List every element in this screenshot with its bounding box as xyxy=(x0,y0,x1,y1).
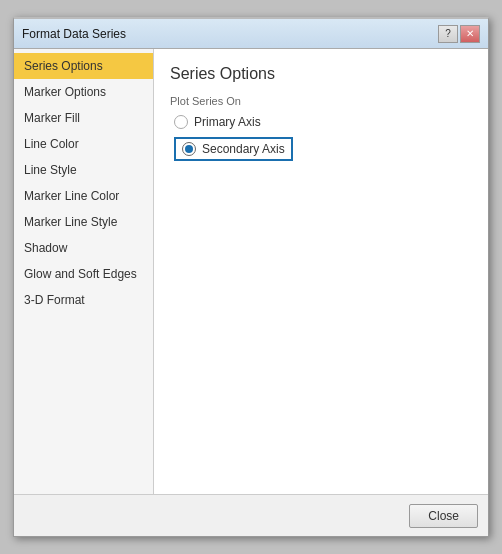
title-close-button[interactable]: ✕ xyxy=(460,25,480,43)
secondary-axis-radio[interactable] xyxy=(182,142,196,156)
primary-axis-label: Primary Axis xyxy=(194,115,261,129)
sidebar-item-line-style[interactable]: Line Style xyxy=(14,157,153,183)
sidebar-item-marker-options[interactable]: Marker Options xyxy=(14,79,153,105)
dialog-title: Format Data Series xyxy=(22,27,126,41)
sidebar-item-line-color[interactable]: Line Color xyxy=(14,131,153,157)
dialog-body: Series Options Marker Options Marker Fil… xyxy=(14,49,488,494)
secondary-axis-option[interactable]: Secondary Axis xyxy=(174,137,472,161)
format-data-series-dialog: Format Data Series ? ✕ Series Options Ma… xyxy=(13,17,489,537)
radio-group: Primary Axis Secondary Axis xyxy=(170,115,472,161)
sidebar-item-glow-soft-edges[interactable]: Glow and Soft Edges xyxy=(14,261,153,287)
secondary-axis-label: Secondary Axis xyxy=(202,142,285,156)
sidebar-item-marker-fill[interactable]: Marker Fill xyxy=(14,105,153,131)
sidebar-item-shadow[interactable]: Shadow xyxy=(14,235,153,261)
sidebar-item-marker-line-style[interactable]: Marker Line Style xyxy=(14,209,153,235)
help-button[interactable]: ? xyxy=(438,25,458,43)
close-button[interactable]: Close xyxy=(409,504,478,528)
section-label: Plot Series On xyxy=(170,95,472,107)
primary-axis-option[interactable]: Primary Axis xyxy=(174,115,472,129)
sidebar: Series Options Marker Options Marker Fil… xyxy=(14,49,154,494)
secondary-axis-selected-box: Secondary Axis xyxy=(174,137,293,161)
sidebar-item-series-options[interactable]: Series Options xyxy=(14,53,153,79)
content-area: Series Options Plot Series On Primary Ax… xyxy=(154,49,488,494)
content-title: Series Options xyxy=(170,65,472,83)
title-bar: Format Data Series ? ✕ xyxy=(14,19,488,49)
footer: Close xyxy=(14,494,488,536)
sidebar-item-3d-format[interactable]: 3-D Format xyxy=(14,287,153,313)
primary-axis-radio[interactable] xyxy=(174,115,188,129)
sidebar-item-marker-line-color[interactable]: Marker Line Color xyxy=(14,183,153,209)
title-bar-buttons: ? ✕ xyxy=(438,25,480,43)
